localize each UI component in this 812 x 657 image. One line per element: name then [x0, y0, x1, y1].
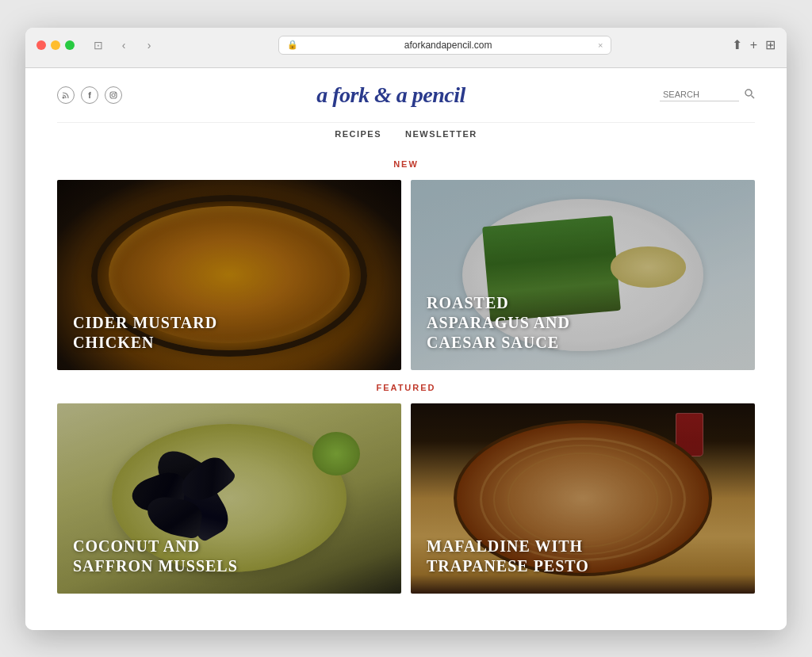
nav-item-newsletter[interactable]: NEWSLETTER — [405, 129, 477, 139]
lock-icon: 🔒 — [287, 40, 298, 50]
site-title[interactable]: a fork & a pencil — [316, 82, 465, 108]
address-bar[interactable]: 🔒 aforkandapencil.com × — [278, 36, 611, 55]
card-title-cider-chicken: CIDER MUSTARDCHICKEN — [57, 299, 401, 370]
browser-window: ⊡ ‹ › 🔒 aforkandapencil.com × ⬆ + ⊞ — [25, 28, 787, 630]
svg-point-4 — [745, 90, 752, 96]
new-tab-button[interactable]: + — [750, 38, 757, 52]
social-icon-facebook[interactable]: f — [81, 86, 98, 104]
recipe-card-mussels[interactable]: COCONUT ANDSAFFRON MUSSELS — [57, 403, 401, 594]
section-label-new: NEW — [25, 159, 787, 169]
browser-actions: ⬆ + ⊞ — [732, 37, 776, 52]
nav-back-button[interactable]: ‹ — [114, 36, 133, 55]
traffic-light-yellow[interactable] — [51, 40, 60, 50]
browser-chrome: ⊡ ‹ › 🔒 aforkandapencil.com × ⬆ + ⊞ — [25, 28, 787, 68]
search-area — [660, 88, 755, 101]
nav-menu: RECIPES NEWSLETTER — [57, 122, 755, 150]
tab-close-button[interactable]: × — [598, 40, 603, 50]
svg-line-5 — [752, 96, 755, 99]
traffic-lights — [36, 40, 75, 50]
url-display: aforkandapencil.com — [303, 40, 593, 51]
svg-point-3 — [115, 92, 116, 93]
nav-forward-button[interactable]: › — [140, 36, 159, 55]
recipe-card-cider-chicken[interactable]: CIDER MUSTARDCHICKEN — [57, 180, 401, 370]
share-button[interactable]: ⬆ — [732, 37, 742, 52]
social-icons: f — [57, 86, 122, 104]
grid-button[interactable]: ⊞ — [765, 37, 776, 52]
search-icon[interactable] — [744, 88, 755, 101]
section-label-featured: FEATURED — [25, 383, 787, 392]
new-recipe-grid: CIDER MUSTARDCHICKEN ROASTEDASPARAGUS AN… — [25, 180, 787, 370]
recipe-card-pasta[interactable]: MAFALDINE WITHTRAPANESE PESTO — [411, 403, 755, 594]
header-top: f a fork & a pencil — [57, 82, 755, 117]
social-icon-instagram[interactable] — [105, 86, 122, 104]
nav-window-button[interactable]: ⊡ — [89, 36, 108, 55]
social-icon-rss[interactable] — [57, 86, 75, 104]
site-header: f a fork & a pencil — [25, 68, 787, 150]
website-content: f a fork & a pencil — [25, 68, 787, 630]
browser-nav: ⊡ ‹ › — [89, 36, 159, 55]
search-input[interactable] — [660, 88, 739, 101]
card-title-asparagus: ROASTEDASPARAGUS ANDCAESAR SAUCE — [411, 279, 755, 370]
svg-point-2 — [112, 94, 115, 97]
address-bar-container: 🔒 aforkandapencil.com × — [167, 36, 724, 55]
traffic-light-red[interactable] — [36, 40, 46, 50]
svg-point-0 — [63, 96, 65, 98]
card-title-pasta: MAFALDINE WITHTRAPANESE PESTO — [411, 522, 755, 594]
featured-recipe-grid: COCONUT ANDSAFFRON MUSSELS MAFALDINE WIT… — [25, 403, 787, 594]
nav-item-recipes[interactable]: RECIPES — [335, 129, 381, 139]
recipe-card-asparagus[interactable]: ROASTEDASPARAGUS ANDCAESAR SAUCE — [411, 180, 755, 370]
card-title-mussels: COCONUT ANDSAFFRON MUSSELS — [57, 522, 401, 594]
traffic-light-green[interactable] — [65, 40, 75, 50]
